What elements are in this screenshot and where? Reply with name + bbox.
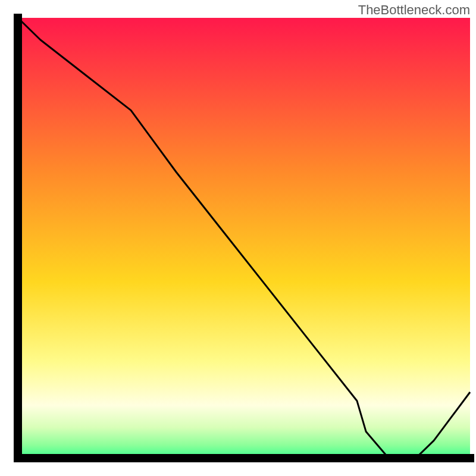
- bottleneck-chart: [0, 0, 476, 476]
- chart-container: TheBottleneck.com: [0, 0, 476, 476]
- watermark-label: TheBottleneck.com: [358, 2, 470, 18]
- gradient-background: [18, 18, 470, 458]
